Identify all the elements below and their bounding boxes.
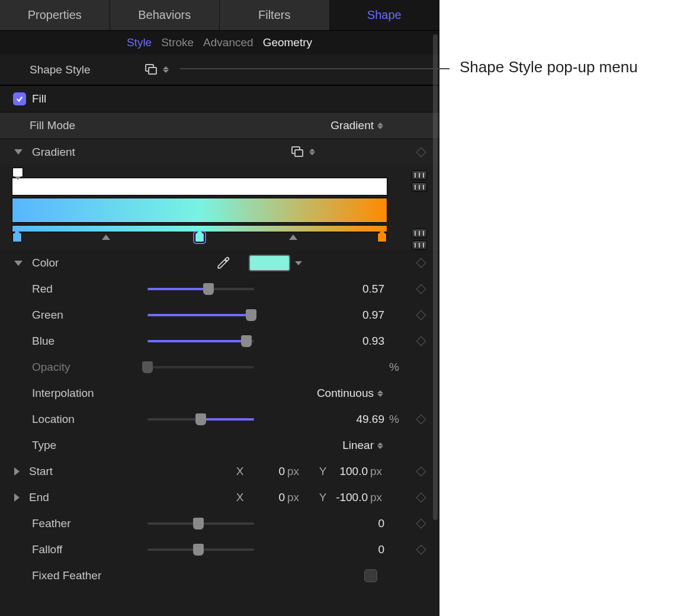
green-value[interactable]: 0.97 [362, 309, 384, 321]
green-keyframe[interactable] [416, 310, 426, 320]
blue-value[interactable]: 0.93 [362, 335, 384, 347]
callout-line [180, 68, 450, 69]
end-x-value[interactable]: 0 [248, 491, 285, 504]
mid-marker-2[interactable] [289, 235, 297, 240]
fixed-feather-checkbox[interactable] [364, 569, 377, 582]
blue-slider[interactable] [147, 336, 254, 346]
start-y-value[interactable]: 100.0 [331, 465, 368, 478]
top-tabs: Properties Behaviors Filters Shape [0, 0, 439, 31]
red-label: Red [32, 283, 53, 296]
start-keyframe[interactable] [416, 467, 426, 477]
green-row: Green 0.97 [0, 302, 439, 328]
gradient-label: Gradient [32, 146, 75, 159]
color-stop-mid[interactable] [195, 233, 204, 242]
falloff-value[interactable]: 0 [378, 543, 384, 556]
interpolation-value: Continuous [317, 387, 374, 400]
red-slider[interactable] [147, 284, 254, 294]
gradient-preset-popup[interactable] [309, 149, 315, 155]
feather-label: Feather [32, 517, 70, 530]
distribute-opacity-2[interactable] [412, 182, 427, 192]
shape-style-popup[interactable] [163, 66, 169, 73]
color-row: Color [0, 250, 439, 276]
green-label: Green [32, 309, 63, 322]
eyedropper-icon[interactable] [216, 255, 231, 271]
sub-tabs: Style Stroke Advanced Geometry [0, 31, 439, 54]
opacity-row: Opacity % [0, 354, 439, 380]
fill-mode-popup[interactable]: Gradient [160, 119, 386, 132]
interpolation-popup[interactable]: Continuous [147, 387, 386, 400]
blue-label: Blue [32, 335, 54, 348]
green-slider[interactable] [147, 310, 254, 320]
end-keyframe[interactable] [416, 493, 426, 503]
subtab-style[interactable]: Style [127, 36, 152, 49]
distribute-color-1[interactable] [412, 229, 427, 238]
end-y-value[interactable]: -100.0 [331, 491, 368, 504]
feather-keyframe[interactable] [416, 519, 426, 529]
inspector-panel: Properties Behaviors Filters Shape Style… [0, 0, 439, 616]
blue-row: Blue 0.93 [0, 328, 439, 354]
tab-filters[interactable]: Filters [220, 0, 330, 30]
start-x-unit: px [287, 465, 304, 478]
feather-value[interactable]: 0 [378, 517, 384, 530]
end-x-unit: px [287, 491, 304, 504]
gradient-disclosure[interactable] [14, 149, 23, 155]
start-x-value[interactable]: 0 [248, 465, 285, 478]
start-y-label: Y [317, 465, 329, 478]
gradient-editor [0, 165, 439, 250]
color-well-chevron[interactable] [295, 261, 302, 265]
color-disclosure[interactable] [14, 261, 23, 266]
subtab-stroke[interactable]: Stroke [161, 36, 194, 49]
falloff-keyframe[interactable] [416, 545, 426, 555]
tab-properties[interactable]: Properties [0, 0, 110, 30]
fixed-feather-row: Fixed Feather [0, 563, 439, 589]
falloff-slider[interactable] [147, 544, 254, 555]
location-keyframe[interactable] [416, 415, 426, 425]
opacity-stop[interactable] [12, 168, 23, 177]
shape-style-row: Shape Style [0, 54, 439, 85]
feather-row: Feather 0 [0, 511, 439, 537]
fill-mode-row: Fill Mode Gradient [0, 113, 439, 139]
fill-checkbox[interactable] [13, 92, 26, 105]
end-x-label: X [234, 491, 246, 504]
color-stop-left[interactable] [12, 233, 22, 242]
color-well[interactable] [249, 255, 290, 271]
type-popup[interactable]: Linear [147, 439, 386, 452]
color-keyframe[interactable] [416, 258, 426, 268]
end-disclosure[interactable] [14, 493, 20, 502]
fill-label: Fill [32, 92, 46, 105]
gradient-preset-icon[interactable] [291, 146, 304, 158]
distribute-opacity-1[interactable] [412, 171, 427, 180]
feather-slider[interactable] [147, 518, 254, 529]
red-keyframe[interactable] [416, 284, 426, 294]
color-stop-right[interactable] [377, 233, 387, 242]
tab-shape[interactable]: Shape [330, 0, 439, 30]
red-value[interactable]: 0.57 [362, 283, 384, 295]
start-y-unit: px [370, 465, 387, 478]
location-row: Location 49.69 % [0, 406, 439, 432]
gradient-keyframe[interactable] [416, 147, 426, 157]
location-slider[interactable] [147, 414, 254, 425]
gradient-bar[interactable] [12, 198, 387, 223]
gradient-opacity-bar[interactable] [12, 178, 387, 195]
subtab-advanced[interactable]: Advanced [203, 36, 253, 49]
opacity-slider [147, 362, 254, 373]
gradient-row: Gradient [0, 139, 439, 165]
start-disclosure[interactable] [14, 467, 20, 476]
scrollbar[interactable] [433, 34, 438, 520]
start-x-label: X [234, 465, 246, 478]
location-value[interactable]: 49.69 [356, 413, 384, 425]
location-unit: % [389, 413, 399, 425]
gradient-thin-bar[interactable] [12, 225, 387, 232]
tab-behaviors[interactable]: Behaviors [110, 0, 220, 30]
opacity-label: Opacity [32, 361, 70, 374]
fill-mode-value: Gradient [330, 119, 374, 132]
location-label: Location [32, 413, 75, 426]
distribute-color-2[interactable] [412, 240, 427, 250]
blue-keyframe[interactable] [416, 336, 426, 346]
type-row: Type Linear [0, 432, 439, 458]
mid-marker-1[interactable] [102, 235, 110, 240]
start-label: Start [29, 465, 53, 478]
shape-style-label: Shape Style [30, 63, 90, 76]
preset-icon[interactable] [145, 64, 158, 76]
subtab-geometry[interactable]: Geometry [263, 36, 312, 49]
